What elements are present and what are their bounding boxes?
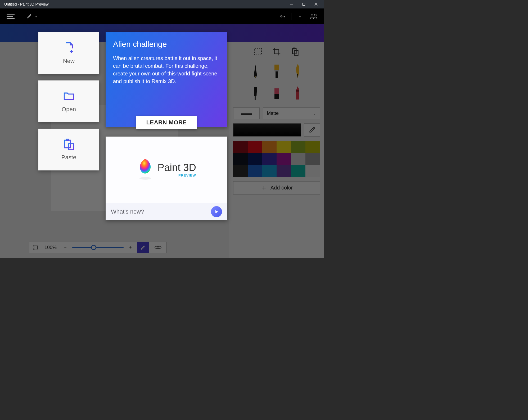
svg-rect-28	[68, 144, 73, 150]
window-controls	[286, 0, 322, 8]
logo-title: Paint 3D	[157, 162, 196, 173]
tile-new[interactable]: New	[38, 32, 99, 74]
svg-marker-30	[215, 210, 218, 213]
menu-button[interactable]	[5, 11, 16, 22]
play-button[interactable]	[211, 206, 222, 217]
welcome-overlay: New Open Paste Alien challenge When alie…	[38, 32, 227, 220]
challenge-card: Alien challenge When alien creatures bat…	[106, 32, 227, 127]
chevron-down-icon: ▾	[35, 14, 37, 19]
community-button[interactable]	[308, 11, 319, 22]
svg-rect-1	[303, 3, 305, 6]
minimize-button[interactable]	[286, 0, 298, 8]
tile-paste[interactable]: Paste	[38, 129, 99, 170]
whats-new-card: Paint 3D PREVIEW What's new?	[106, 137, 227, 220]
history-dropdown-button[interactable]: ▾	[295, 11, 305, 22]
svg-point-8	[311, 14, 313, 16]
divider	[291, 13, 291, 20]
challenge-body: When alien creatures battle it out in sp…	[113, 55, 220, 85]
paint3d-logo: Paint 3D PREVIEW	[106, 137, 227, 203]
maximize-button[interactable]	[298, 0, 310, 8]
tile-open-label: Open	[62, 106, 76, 113]
challenge-title: Alien challenge	[113, 40, 220, 49]
tile-paste-label: Paste	[61, 154, 76, 161]
main-toolbar: ▾ ▾	[0, 8, 324, 24]
brush-tool-button[interactable]: ▾	[26, 11, 37, 22]
whats-new-label: What's new?	[111, 208, 144, 215]
svg-point-29	[139, 177, 151, 180]
svg-point-7	[30, 14, 31, 15]
close-button[interactable]	[310, 0, 322, 8]
main-area: Matte ⌄ ＋ Add color 100% − + New	[0, 24, 324, 258]
tile-open[interactable]: Open	[38, 80, 99, 122]
undo-button[interactable]	[277, 11, 288, 22]
learn-more-button[interactable]: LEARN MORE	[136, 116, 197, 129]
svg-point-9	[314, 14, 316, 16]
titlebar: Untitled - Paint 3D Preview	[0, 0, 324, 8]
logo-subtitle: PREVIEW	[178, 174, 196, 177]
window-title: Untitled - Paint 3D Preview	[2, 2, 286, 6]
tile-new-label: New	[63, 58, 75, 65]
